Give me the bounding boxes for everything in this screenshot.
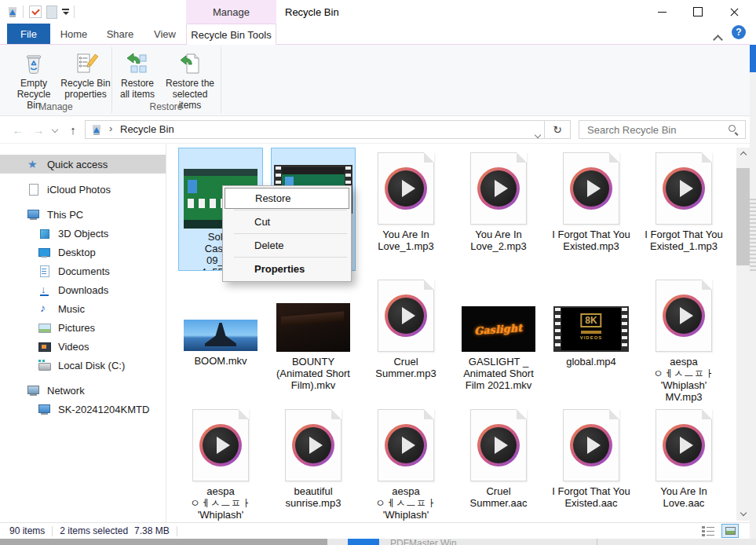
play-triangle-icon bbox=[402, 437, 415, 454]
audio-file-icon bbox=[656, 280, 712, 352]
film-strip-icon bbox=[555, 308, 561, 350]
file-label: GASLIGHT _ Animated Short Film 2021.mkv bbox=[456, 356, 541, 391]
menu-item-properties[interactable]: Properties bbox=[225, 258, 349, 280]
breadcrumb-chevron-icon[interactable]: › bbox=[109, 123, 112, 134]
background-window-strip: PDFMaster Win... bbox=[0, 539, 756, 545]
file-item[interactable]: You Are In Love.aac bbox=[641, 404, 726, 522]
page-fold-icon bbox=[702, 409, 712, 419]
main-content: Quick accessiCloud PhotosThis PC3D Objec… bbox=[0, 144, 756, 522]
qat-separator bbox=[74, 5, 75, 18]
recycle-bin-app-icon bbox=[6, 5, 19, 18]
file-item[interactable]: aespa ㅇㅔㅅㅡㅍㅏ 'Whiplash' MV.aac bbox=[363, 404, 448, 522]
recent-locations-dropdown-icon[interactable] bbox=[49, 116, 61, 143]
help-button[interactable]: ? bbox=[732, 25, 746, 39]
selection-size: 7.38 MB bbox=[134, 525, 170, 536]
file-label: BOOM.mkv bbox=[178, 355, 263, 367]
search-box[interactable] bbox=[579, 120, 746, 139]
qat-new-folder-icon[interactable] bbox=[46, 5, 57, 19]
tab-file[interactable]: File bbox=[7, 24, 50, 44]
file-label: You Are In Love_2.mp3 bbox=[456, 229, 541, 252]
file-item[interactable]: You Are In Love_2.mp3 bbox=[456, 148, 541, 271]
ribbon-group-separator bbox=[221, 47, 221, 113]
video-thumbnail: 8KVIDEOS bbox=[553, 306, 629, 352]
minimize-button[interactable] bbox=[644, 0, 680, 24]
address-box[interactable]: › Recycle Bin ↻ bbox=[85, 120, 571, 139]
contextual-tab-manage[interactable]: Manage bbox=[186, 0, 276, 24]
audio-file-icon bbox=[285, 409, 341, 481]
status-separator bbox=[177, 526, 177, 536]
vertical-scrollbar[interactable] bbox=[736, 148, 750, 521]
video-thumbnail bbox=[184, 320, 257, 351]
menu-item-cut[interactable]: Cut bbox=[225, 211, 349, 232]
file-item[interactable]: BOUNTY (Animated Short Film).mkv bbox=[271, 275, 356, 403]
play-icon bbox=[570, 424, 612, 466]
tab-view[interactable]: View bbox=[143, 24, 187, 44]
tab-home[interactable]: Home bbox=[50, 24, 97, 44]
page-fold-icon bbox=[609, 152, 619, 163]
play-icon bbox=[385, 424, 427, 466]
up-button[interactable]: ↑ bbox=[64, 116, 82, 143]
view-toggles bbox=[702, 524, 739, 538]
tab-share[interactable]: Share bbox=[97, 24, 143, 44]
qat-customize-dropdown-icon[interactable] bbox=[62, 9, 69, 16]
breadcrumb[interactable]: Recycle Bin bbox=[120, 123, 174, 135]
details-view-icon[interactable] bbox=[702, 525, 715, 536]
file-item[interactable]: aespa ㅇㅔㅅㅡㅍㅏ 'Whiplash' MV.mp3 bbox=[641, 275, 726, 403]
file-label: aespa ㅇㅔㅅㅡㅍㅏ 'Whiplash' MV.aac bbox=[363, 485, 448, 522]
search-icon[interactable] bbox=[728, 124, 739, 135]
file-grid-row: BOOM.mkvBOUNTY (Animated Short Film).mkv… bbox=[178, 275, 734, 403]
file-item[interactable]: aespa ㅇㅔㅅㅡㅍㅏ 'Whiplash' MV_1.mp3 bbox=[178, 404, 263, 522]
play-icon bbox=[663, 294, 705, 337]
file-item[interactable]: Cruel Summer.mp3 bbox=[363, 275, 448, 403]
file-label: aespa ㅇㅔㅅㅡㅍㅏ 'Whiplash' MV.mp3 bbox=[641, 356, 726, 403]
play-triangle-icon bbox=[680, 437, 693, 454]
page-fold-icon bbox=[424, 152, 434, 163]
file-item[interactable]: BOOM.mkv bbox=[178, 275, 263, 403]
file-label: Cruel Summer.mp3 bbox=[363, 356, 448, 379]
page-fold-icon bbox=[517, 152, 527, 163]
refresh-icon[interactable]: ↻ bbox=[544, 121, 570, 138]
qat-properties-icon[interactable] bbox=[29, 5, 42, 18]
forward-button[interactable]: → bbox=[30, 116, 47, 143]
file-item[interactable]: I Forgot That You Existed.mp3 bbox=[549, 148, 634, 271]
file-label: beautiful sunrise.mp3 bbox=[271, 485, 356, 509]
file-item[interactable]: GaslightGASLIGHT _ Animated Short Film 2… bbox=[456, 275, 541, 403]
background-right-strip bbox=[750, 0, 756, 545]
play-icon bbox=[385, 167, 427, 210]
play-triangle-icon bbox=[587, 180, 601, 197]
play-icon bbox=[477, 424, 520, 466]
restore-selected-items-icon bbox=[177, 51, 203, 76]
file-item[interactable]: I Forgot That You Existed.aac bbox=[549, 404, 634, 522]
file-item[interactable]: beautiful sunrise.mp3 bbox=[271, 404, 356, 522]
file-explorer-window: Manage Recycle Bin File Home Share View … bbox=[0, 0, 756, 545]
large-icons-view-icon[interactable] bbox=[721, 524, 739, 538]
address-dropdown-icon[interactable] bbox=[535, 126, 540, 141]
scroll-up-icon[interactable] bbox=[736, 148, 750, 161]
maximize-icon bbox=[693, 7, 703, 16]
qat-separator bbox=[23, 5, 24, 18]
scroll-down-icon[interactable] bbox=[736, 507, 750, 521]
items-count: 90 items bbox=[9, 525, 45, 536]
menu-item-restore[interactable]: Restore bbox=[225, 188, 349, 209]
gaslight-logo-text: Gaslight bbox=[474, 321, 523, 336]
tab-recycle-bin-tools[interactable]: Recycle Bin Tools bbox=[186, 24, 276, 45]
search-input[interactable] bbox=[586, 123, 728, 137]
restore-all-items-icon bbox=[125, 51, 150, 76]
scrollbar-thumb[interactable] bbox=[736, 168, 750, 265]
background-divider bbox=[597, 539, 597, 545]
play-triangle-icon bbox=[217, 437, 230, 454]
back-button[interactable]: ← bbox=[9, 116, 27, 143]
file-item[interactable]: You Are In Love_1.mp3 bbox=[363, 148, 448, 271]
maximize-button[interactable] bbox=[680, 0, 716, 24]
audio-file-icon bbox=[378, 409, 434, 481]
background-segment bbox=[750, 0, 756, 45]
close-button[interactable] bbox=[716, 0, 752, 24]
menu-item-delete[interactable]: Delete bbox=[225, 235, 349, 256]
play-triangle-icon bbox=[402, 180, 415, 197]
audio-file-icon bbox=[563, 152, 619, 225]
file-item[interactable]: 8KVIDEOSglobal.mp4 bbox=[549, 275, 634, 403]
file-label: You Are In Love.aac bbox=[641, 485, 726, 509]
pdfmaster-label: PDFMaster Win... bbox=[390, 539, 590, 545]
file-item[interactable]: Cruel Summer.aac bbox=[456, 404, 541, 522]
file-item[interactable]: I Forgot That You Existed_1.mp3 bbox=[641, 148, 726, 271]
